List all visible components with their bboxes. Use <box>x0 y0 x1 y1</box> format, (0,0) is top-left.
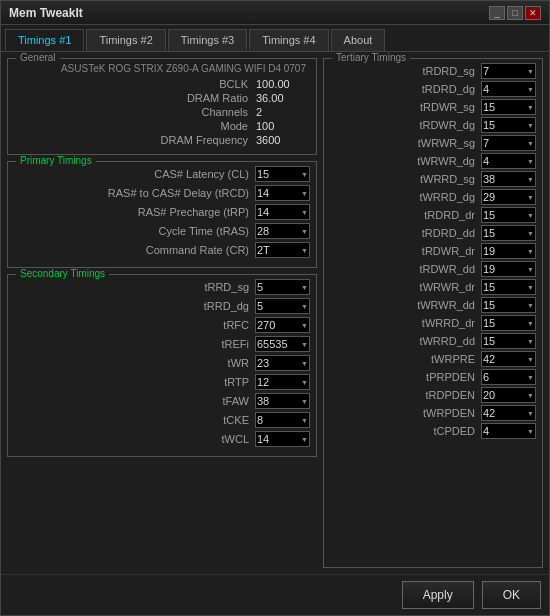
twrwr-dg-label: tWRWR_dg <box>395 155 475 167</box>
tertiary-timings-group: Tertiary Timings tRDRD_sg 7 tRDRD_dg 4 t… <box>323 58 543 568</box>
trdrd-sg-select[interactable]: 7 <box>481 63 536 79</box>
twr-select[interactable]: 23 <box>255 355 310 371</box>
trdrd-dr-select[interactable]: 15 <box>481 207 536 223</box>
trdwr-dd-row: tRDWR_dd 19 <box>330 261 536 277</box>
trdwr-dr-label: tRDWR_dr <box>395 245 475 257</box>
minimize-button[interactable]: _ <box>489 6 505 20</box>
trtp-select[interactable]: 12 <box>255 374 310 390</box>
trcd-select-wrapper: 14 <box>255 185 310 201</box>
tfaw-label: tFAW <box>223 395 249 407</box>
twrwr-sg-select[interactable]: 7 <box>481 135 536 151</box>
channels-value: 2 <box>256 106 306 118</box>
general-group: General ASUSTeK ROG STRIX Z690-A GAMING … <box>7 58 317 155</box>
twrwr-dd-select[interactable]: 15 <box>481 297 536 313</box>
right-panel: Tertiary Timings tRDRD_sg 7 tRDRD_dg 4 t… <box>323 58 543 568</box>
trrd-sg-label: tRRD_sg <box>204 281 249 293</box>
twrrd-dg-select[interactable]: 29 <box>481 189 536 205</box>
main-content: General ASUSTeK ROG STRIX Z690-A GAMING … <box>1 52 549 574</box>
tab-timings-2[interactable]: Timings #2 <box>86 29 165 51</box>
cr-select-wrapper: 2T <box>255 242 310 258</box>
twrpre-select[interactable]: 42 <box>481 351 536 367</box>
twrrd-sg-row: tWRRD_sg 38 <box>330 171 536 187</box>
twrrd-dg-row: tWRRD_dg 29 <box>330 189 536 205</box>
twrwr-sg-row: tWRWR_sg 7 <box>330 135 536 151</box>
trp-label: RAS# Precharge (tRP) <box>138 206 249 218</box>
twrwr-dr-select[interactable]: 15 <box>481 279 536 295</box>
twr-row: tWR 23 <box>14 355 310 371</box>
trdwr-sg-row: tRDWR_sg 15 <box>330 99 536 115</box>
trrd-sg-row: tRRD_sg 5 <box>14 279 310 295</box>
trdwr-dd-label: tRDWR_dd <box>395 263 475 275</box>
twcl-select[interactable]: 14 <box>255 431 310 447</box>
tprpden-row: tPRPDEN 6 <box>330 369 536 385</box>
trdwr-dg-select[interactable]: 15 <box>481 117 536 133</box>
apply-button[interactable]: Apply <box>402 581 474 609</box>
trdwr-dg-row: tRDWR_dg 15 <box>330 117 536 133</box>
mode-row: Mode 100 <box>14 120 310 132</box>
trrd-dg-select[interactable]: 5 <box>255 298 310 314</box>
secondary-group-label: Secondary Timings <box>16 268 109 279</box>
tprpden-select[interactable]: 6 <box>481 369 536 385</box>
tcke-label: tCKE <box>223 414 249 426</box>
trdwr-dg-label: tRDWR_dg <box>395 119 475 131</box>
title-bar: Mem TweakIt _ □ ✕ <box>1 1 549 25</box>
trdrd-dr-label: tRDRD_dr <box>395 209 475 221</box>
trdwr-dr-select[interactable]: 19 <box>481 243 536 259</box>
twrpre-row: tWRPRE 42 <box>330 351 536 367</box>
twrrd-dr-label: tWRRD_dr <box>395 317 475 329</box>
trdrd-dg-label: tRDRD_dg <box>395 83 475 95</box>
cl-select[interactable]: 15 <box>255 166 310 182</box>
tab-about[interactable]: About <box>331 29 386 51</box>
trdrd-dd-select[interactable]: 15 <box>481 225 536 241</box>
twrrd-dg-label: tWRRD_dg <box>395 191 475 203</box>
tras-row: Cycle Time (tRAS) 28 <box>14 223 310 239</box>
tab-bar: Timings #1 Timings #2 Timings #3 Timings… <box>1 25 549 52</box>
twrrd-dd-select[interactable]: 15 <box>481 333 536 349</box>
main-window: Mem TweakIt _ □ ✕ Timings #1 Timings #2 … <box>0 0 550 616</box>
trdpden-select[interactable]: 20 <box>481 387 536 403</box>
window-controls: _ □ ✕ <box>489 6 541 20</box>
tras-select[interactable]: 28 <box>255 223 310 239</box>
trrd-sg-select[interactable]: 5 <box>255 279 310 295</box>
tfaw-select[interactable]: 38 <box>255 393 310 409</box>
trrd-dg-row: tRRD_dg 5 <box>14 298 310 314</box>
tab-timings-1[interactable]: Timings #1 <box>5 29 84 51</box>
trefi-select[interactable]: 65535 <box>255 336 310 352</box>
tab-timings-4[interactable]: Timings #4 <box>249 29 328 51</box>
twrrd-dr-select[interactable]: 15 <box>481 315 536 331</box>
cl-label: CAS# Latency (CL) <box>154 168 249 180</box>
twrrd-dd-label: tWRRD_dd <box>395 335 475 347</box>
cr-select[interactable]: 2T <box>255 242 310 258</box>
trp-select[interactable]: 14 <box>255 204 310 220</box>
close-button[interactable]: ✕ <box>525 6 541 20</box>
tcke-select[interactable]: 8 <box>255 412 310 428</box>
cl-row: CAS# Latency (CL) 15 <box>14 166 310 182</box>
primary-group-label: Primary Timings <box>16 155 96 166</box>
twrwr-dg-select[interactable]: 4 <box>481 153 536 169</box>
trcd-select[interactable]: 14 <box>255 185 310 201</box>
footer: Apply OK <box>1 574 549 615</box>
tcpded-select[interactable]: 4 <box>481 423 536 439</box>
dram-ratio-row: DRAM Ratio 36.00 <box>14 92 310 104</box>
trdwr-sg-select[interactable]: 15 <box>481 99 536 115</box>
left-panel: General ASUSTeK ROG STRIX Z690-A GAMING … <box>7 58 317 568</box>
tcpded-row: tCPDED 4 <box>330 423 536 439</box>
tcpded-label: tCPDED <box>395 425 475 437</box>
dram-freq-value: 3600 <box>256 134 306 146</box>
twrwr-dd-label: tWRWR_dd <box>395 299 475 311</box>
trp-select-wrapper: 14 <box>255 204 310 220</box>
twrrd-sg-select[interactable]: 38 <box>481 171 536 187</box>
twrrd-sg-label: tWRRD_sg <box>395 173 475 185</box>
trfc-select[interactable]: 270 <box>255 317 310 333</box>
mode-label: Mode <box>220 120 248 132</box>
trdwr-dd-select[interactable]: 19 <box>481 261 536 277</box>
twrpden-select[interactable]: 42 <box>481 405 536 421</box>
trdrd-dg-select[interactable]: 4 <box>481 81 536 97</box>
dram-ratio-label: DRAM Ratio <box>187 92 248 104</box>
tras-label: Cycle Time (tRAS) <box>159 225 249 237</box>
maximize-button[interactable]: □ <box>507 6 523 20</box>
ok-button[interactable]: OK <box>482 581 541 609</box>
dram-ratio-value: 36.00 <box>256 92 306 104</box>
tab-timings-3[interactable]: Timings #3 <box>168 29 247 51</box>
twrwr-dr-label: tWRWR_dr <box>395 281 475 293</box>
